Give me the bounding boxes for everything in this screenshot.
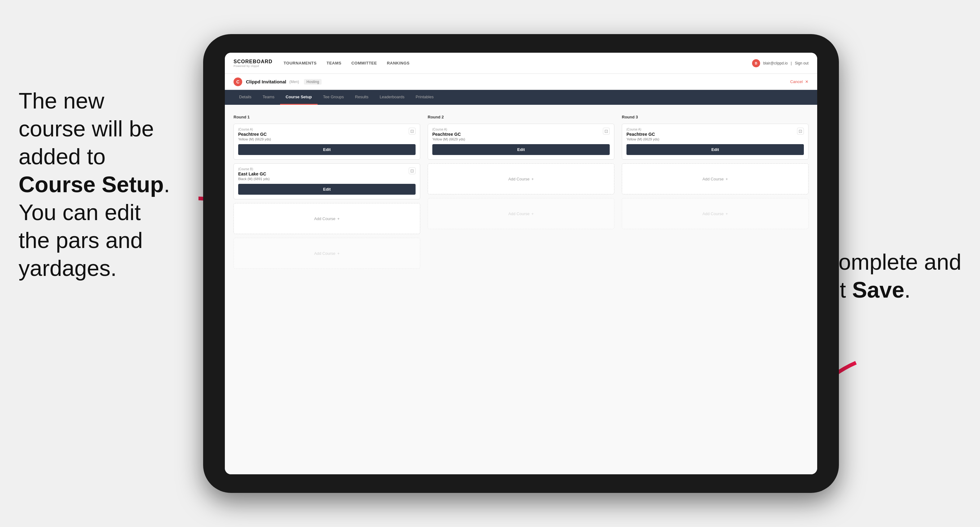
brand-logo: SCOREBOARD Powered by clippd (234, 59, 273, 68)
tab-printables[interactable]: Printables (410, 90, 439, 105)
tablet-device: SCOREBOARD Powered by clippd TOURNAMENTS… (203, 34, 839, 493)
round-3-column: Round 3 (Course A) Peachtree GC Yellow (… (622, 115, 808, 273)
round-1-course-a-delete-button[interactable]: ⊡ (409, 128, 415, 135)
top-nav: SCOREBOARD Powered by clippd TOURNAMENTS… (225, 53, 817, 74)
round-2-course-a-edit-button[interactable]: Edit (432, 144, 610, 155)
round-1-add-course-2-label: Add Course (314, 251, 336, 256)
tab-details[interactable]: Details (234, 90, 257, 105)
round-1-course-a-header: (Course A) Peachtree GC Yellow (M) (6629… (234, 124, 420, 144)
round-3-add-course-2-plus-icon: + (726, 211, 728, 216)
nav-committee[interactable]: COMMITTEE (352, 60, 377, 67)
main-content: Round 1 (Course A) Peachtree GC Yellow (… (225, 105, 817, 474)
brand-powered: Powered by clippd (234, 65, 273, 68)
round-3-course-a-details: Yellow (M) (6629 yds) (627, 137, 659, 141)
round-1-title: Round 1 (234, 115, 420, 119)
round-1-course-b-label: (Course B) (238, 167, 269, 171)
round-2-course-a-delete-button[interactable]: ⊡ (603, 128, 610, 135)
round-1-course-a-details: Yellow (M) (6629 yds) (238, 137, 271, 141)
round-1-course-b-header: (Course B) East Lake GC Black (M) (6891 … (234, 163, 420, 184)
left-annotation: The newcourse will beadded toCourse Setu… (19, 87, 170, 282)
round-3-course-a-label: (Course A) (627, 128, 659, 131)
tab-results[interactable]: Results (350, 90, 374, 105)
nav-teams[interactable]: TEAMS (326, 60, 342, 67)
rounds-grid: Round 1 (Course A) Peachtree GC Yellow (… (234, 115, 808, 273)
round-1-course-b-delete-button[interactable]: ⊡ (409, 167, 415, 174)
round-2-add-course-1-plus-icon: + (531, 177, 534, 181)
round-2-course-a-details: Yellow (M) (6629 yds) (432, 137, 465, 141)
round-3-course-a-card: (Course A) Peachtree GC Yellow (M) (6629… (622, 124, 808, 160)
tournament-bar: C Clippd Invitational (Men) Hosting Canc… (225, 74, 817, 90)
round-1-course-b-details: Black (M) (6891 yds) (238, 177, 269, 181)
tournament-logo: C (234, 78, 242, 86)
brand-name: SCOREBOARD (234, 59, 273, 65)
tab-teams[interactable]: Teams (257, 90, 280, 105)
sub-nav: Details Teams Course Setup Tee Groups Re… (225, 90, 817, 105)
round-2-course-a-card: (Course A) Peachtree GC Yellow (M) (6629… (428, 124, 614, 160)
round-1-course-a-edit-button[interactable]: Edit (238, 144, 415, 155)
tournament-status: Hosting (304, 79, 321, 85)
round-3-add-course-1-plus-icon: + (726, 177, 728, 181)
round-3-course-a-delete-button[interactable]: ⊡ (797, 128, 804, 135)
round-1-column: Round 1 (Course A) Peachtree GC Yellow (… (234, 115, 420, 273)
nav-rankings[interactable]: RANKINGS (387, 60, 409, 67)
round-3-add-course-1-label: Add Course (702, 177, 724, 181)
round-1-course-a-name: Peachtree GC (238, 132, 271, 137)
cancel-x-icon: ✕ (804, 79, 808, 84)
round-1-course-b-edit-button[interactable]: Edit (238, 184, 415, 195)
round-2-add-course-1-label: Add Course (508, 177, 530, 181)
round-2-course-a-name: Peachtree GC (432, 132, 465, 137)
tab-tee-groups[interactable]: Tee Groups (318, 90, 350, 105)
round-1-add-course-2-plus-icon: + (337, 251, 340, 256)
tournament-name: Clippd Invitational (246, 79, 286, 84)
sign-out-link[interactable]: Sign out (795, 61, 808, 65)
round-2-course-a-header: (Course A) Peachtree GC Yellow (M) (6629… (428, 124, 614, 144)
round-2-add-course-2-button: Add Course + (428, 198, 614, 229)
round-1-course-a-info: (Course A) Peachtree GC Yellow (M) (6629… (238, 128, 271, 144)
round-1-add-course-2-button: Add Course + (234, 238, 420, 269)
right-annotation: Complete andhit Save. (822, 248, 961, 304)
cancel-label: Cancel (790, 79, 803, 84)
round-2-add-course-2-plus-icon: + (531, 211, 534, 216)
tournament-gender: (Men) (290, 80, 299, 84)
round-3-title: Round 3 (622, 115, 808, 119)
nav-links: TOURNAMENTS TEAMS COMMITTEE RANKINGS (284, 60, 752, 67)
round-2-course-a-label: (Course A) (432, 128, 465, 131)
round-1-course-a-card: (Course A) Peachtree GC Yellow (M) (6629… (234, 124, 420, 160)
annotation-bold-save: Save (852, 278, 904, 302)
round-1-course-b-info: (Course B) East Lake GC Black (M) (6891 … (238, 167, 269, 184)
avatar: B (752, 59, 760, 67)
nav-tournaments[interactable]: TOURNAMENTS (284, 60, 317, 67)
tab-leaderboards[interactable]: Leaderboards (374, 90, 410, 105)
round-2-course-a-info: (Course A) Peachtree GC Yellow (M) (6629… (432, 128, 465, 144)
round-3-add-course-1-button[interactable]: Add Course + (622, 163, 808, 194)
round-3-add-course-2-label: Add Course (702, 211, 724, 216)
round-3-add-course-2-button: Add Course + (622, 198, 808, 229)
nav-user: B blair@clippd.io | Sign out (752, 59, 808, 67)
annotation-bold-1: Course Setup (19, 172, 164, 197)
round-3-course-a-header: (Course A) Peachtree GC Yellow (M) (6629… (622, 124, 808, 144)
round-1-add-course-1-button[interactable]: Add Course + (234, 203, 420, 234)
round-1-course-b-name: East Lake GC (238, 171, 269, 176)
round-2-add-course-2-label: Add Course (508, 211, 530, 216)
user-email: blair@clippd.io (763, 61, 788, 65)
tablet-screen: SCOREBOARD Powered by clippd TOURNAMENTS… (225, 53, 817, 474)
round-2-column: Round 2 (Course A) Peachtree GC Yellow (… (428, 115, 614, 273)
tab-course-setup[interactable]: Course Setup (280, 90, 318, 105)
divider: | (791, 61, 792, 65)
cancel-button[interactable]: Cancel ✕ (789, 79, 808, 84)
round-3-course-a-edit-button[interactable]: Edit (627, 144, 804, 155)
round-1-course-b-card: (Course B) East Lake GC Black (M) (6891 … (234, 163, 420, 199)
round-1-add-course-1-plus-icon: + (337, 216, 340, 221)
round-3-course-a-info: (Course A) Peachtree GC Yellow (M) (6629… (627, 128, 659, 144)
round-3-course-a-name: Peachtree GC (627, 132, 659, 137)
round-2-add-course-1-button[interactable]: Add Course + (428, 163, 614, 194)
round-1-add-course-1-label: Add Course (314, 216, 336, 221)
round-2-title: Round 2 (428, 115, 614, 119)
round-1-course-a-label: (Course A) (238, 128, 271, 131)
